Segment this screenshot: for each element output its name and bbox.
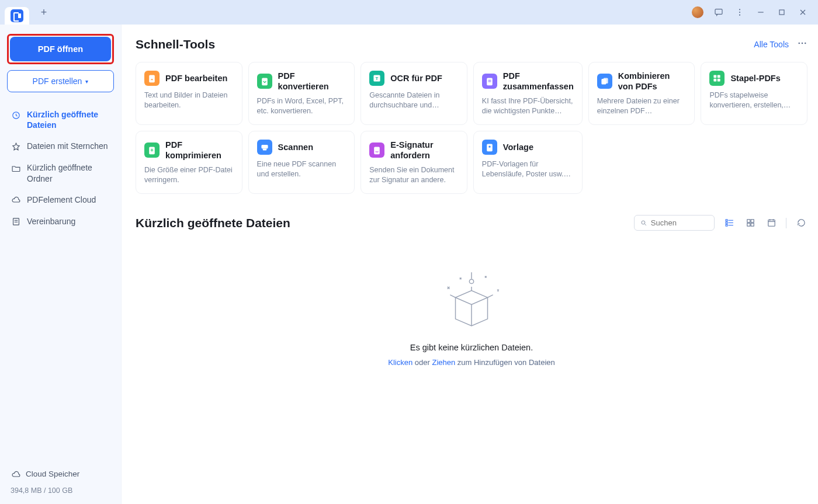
all-tools-link[interactable]: Alle Tools: [754, 40, 789, 49]
sidebar-item-recent-folders[interactable]: Kürzlich geöffnete Ordner: [7, 157, 114, 189]
svg-rect-24: [714, 75, 717, 78]
tool-title: E-Signatur anfordern: [390, 140, 459, 161]
tool-desc: Mehrere Dateien zu einer einzelnen PDF z…: [597, 96, 687, 116]
sidebar-item-label: Kürzlich geöffnete Ordner: [27, 162, 110, 183]
tool-title: OCR für PDF: [390, 73, 442, 84]
svg-line-35: [644, 224, 646, 225]
cloud-icon: [11, 195, 21, 206]
svg-rect-36: [726, 220, 727, 221]
tools-grid: PDF bearbeitenText und Bilder in Dateien…: [136, 62, 807, 194]
svg-rect-32: [487, 144, 493, 151]
minimize-icon: [756, 8, 765, 17]
search-box[interactable]: [634, 215, 715, 231]
click-link[interactable]: Klicken: [388, 358, 413, 367]
view-list-button[interactable]: [723, 217, 736, 230]
tool-desc: PDF-Vorlagen für Lebensläufe, Poster usw…: [482, 159, 574, 179]
refresh-button[interactable]: [795, 217, 807, 230]
tool-card[interactable]: TOCR für PDFGescannte Dateien in durchsu…: [361, 62, 467, 125]
open-pdf-button[interactable]: PDF öffnen: [10, 37, 111, 61]
empty-text: Es gibt keine kürzlichen Dateien.: [410, 343, 533, 352]
tool-icon: [482, 74, 497, 89]
drag-link[interactable]: Ziehen: [432, 358, 455, 367]
tool-card[interactable]: PDF komprimierenDie Größe einer PDF-Date…: [136, 131, 242, 194]
svg-rect-23: [603, 78, 608, 84]
feedback-button[interactable]: [708, 2, 729, 23]
tool-icon: [144, 71, 160, 86]
svg-rect-25: [718, 75, 720, 78]
tool-title: Vorlage: [503, 142, 533, 152]
tool-title: Kombinieren von PDFs: [618, 71, 687, 92]
document-icon: [11, 217, 21, 227]
tool-card[interactable]: E-Signatur anfordernSenden Sie ein Dokum…: [361, 131, 467, 194]
cloud-icon: [11, 469, 21, 479]
cloud-storage-label: Cloud Speicher: [26, 470, 79, 478]
svg-point-1: [739, 9, 740, 10]
more-button[interactable]: [797, 38, 807, 51]
empty-state: Es gibt keine kürzlichen Dateien. Klicke…: [136, 242, 807, 367]
recent-header: Kürzlich geöffnete Dateien: [136, 215, 807, 231]
sidebar-item-starred[interactable]: Dateien mit Sternchen: [7, 135, 114, 157]
svg-rect-46: [768, 220, 774, 227]
tool-desc: Text und Bilder in Dateien bearbeiten.: [144, 91, 234, 110]
view-calendar-button[interactable]: [765, 217, 778, 230]
sidebar-item-label: Vereinbarung: [27, 216, 75, 227]
recent-title: Kürzlich geöffnete Dateien: [136, 216, 626, 230]
tool-card[interactable]: ScannenEine neue PDF scannen und erstell…: [248, 131, 355, 194]
clock-icon: [11, 110, 21, 120]
svg-rect-27: [718, 79, 720, 82]
tool-card[interactable]: PDF zusammenfassenKI fasst Ihre PDF-Über…: [473, 62, 583, 125]
svg-rect-37: [726, 222, 727, 224]
content: Schnell-Tools Alle Tools PDF bearbeitenT…: [122, 25, 818, 504]
tool-title: Stapel-PDFs: [730, 73, 780, 84]
minimize-button[interactable]: [750, 2, 771, 23]
tool-card[interactable]: PDF konvertierenPDFs in Word, Excel, PPT…: [248, 62, 355, 125]
tool-icon: [257, 140, 272, 155]
svg-point-13: [802, 43, 803, 44]
sidebar-item-label: Kürzlich geöffnete Dateien: [27, 109, 110, 130]
create-pdf-button[interactable]: PDF erstellen ▾: [7, 70, 114, 92]
svg-point-3: [739, 15, 740, 16]
empty-hint: Klicken oder Ziehen zum Hinzufügen von D…: [388, 358, 554, 367]
quick-tools-header: Schnell-Tools Alle Tools: [136, 37, 807, 51]
sidebar-item-agreement[interactable]: Vereinbarung: [7, 211, 114, 232]
sidebar-item-recent-files[interactable]: Kürzlich geöffnete Dateien: [7, 104, 114, 135]
kebab-icon: [735, 8, 744, 17]
tool-icon: [144, 142, 160, 158]
tool-title: PDF konvertieren: [278, 71, 346, 92]
tool-card[interactable]: Kombinieren von PDFsMehrere Dateien zu e…: [588, 62, 695, 125]
svg-rect-42: [747, 220, 750, 223]
view-grid-button[interactable]: [744, 217, 757, 230]
svg-rect-0: [715, 9, 722, 15]
open-pdf-highlight: PDF öffnen: [7, 34, 114, 64]
svg-rect-26: [714, 79, 717, 82]
tool-card[interactable]: PDF bearbeitenText und Bilder in Dateien…: [136, 62, 242, 125]
sidebar: PDF öffnen PDF erstellen ▾ Kürzlich geöf…: [0, 25, 122, 504]
svg-rect-44: [747, 223, 750, 226]
svg-rect-16: [262, 78, 268, 86]
new-tab-button[interactable]: +: [35, 4, 53, 21]
avatar-button[interactable]: [687, 2, 708, 23]
chat-icon: [714, 8, 723, 17]
avatar-icon: [692, 6, 703, 18]
search-icon: [640, 219, 647, 227]
tool-desc: PDFs in Word, Excel, PPT, etc. konvertie…: [257, 96, 346, 116]
svg-point-12: [798, 43, 800, 44]
tool-card[interactable]: Stapel-PDFsPDFs stapelweise konvertieren…: [701, 62, 807, 125]
svg-rect-29: [261, 145, 268, 148]
tool-icon: [369, 142, 384, 158]
svg-rect-9: [13, 218, 19, 225]
kebab-menu-button[interactable]: [729, 2, 750, 23]
tool-icon: [257, 74, 272, 89]
svg-rect-31: [374, 147, 380, 155]
search-input[interactable]: [651, 218, 708, 227]
app-tab[interactable]: [5, 7, 29, 25]
refresh-icon: [796, 218, 806, 228]
cloud-storage-row[interactable]: Cloud Speicher: [7, 466, 114, 482]
tool-card[interactable]: VorlagePDF-Vorlagen für Lebensläufe, Pos…: [473, 131, 583, 194]
list-icon: [725, 218, 734, 228]
sidebar-item-cloud[interactable]: PDFelement Cloud: [7, 189, 114, 211]
cloud-storage-size: 394,8 MB / 100 GB: [7, 482, 114, 497]
close-button[interactable]: [792, 2, 813, 23]
svg-text:T: T: [376, 76, 379, 81]
maximize-button[interactable]: [771, 2, 792, 23]
